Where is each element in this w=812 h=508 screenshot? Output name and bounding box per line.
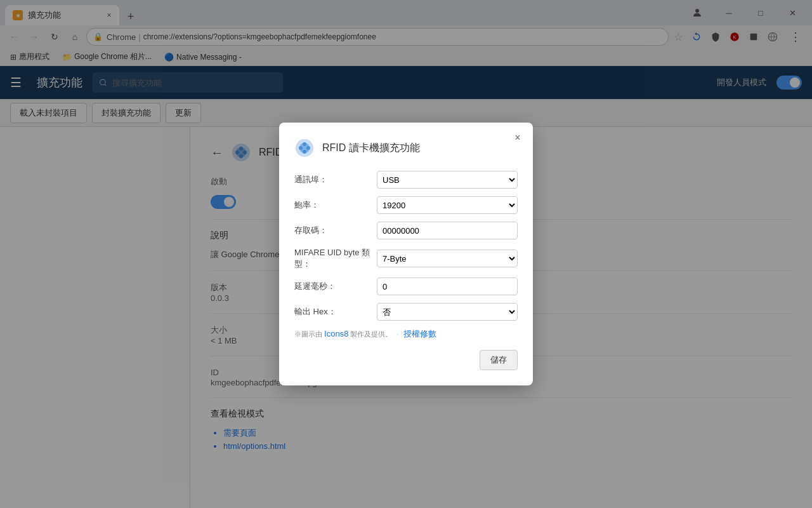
save-button[interactable]: 儲存 xyxy=(480,350,518,370)
edit-link[interactable]: 授權修數 xyxy=(403,329,436,338)
note-suffix: 製作及提供。 xyxy=(348,330,392,338)
note-prefix: ※圖示由 xyxy=(294,330,324,338)
dialog-title: RFID 讀卡機擴充功能 xyxy=(322,142,420,155)
comm-port-label: 通訊埠： xyxy=(294,174,377,185)
access-code-label: 存取碼： xyxy=(294,225,377,236)
comm-port-select[interactable]: USB COM1 COM2 COM3 xyxy=(377,171,518,189)
baud-rate-row: 鮑率： 9600 19200 38400 115200 xyxy=(294,196,518,214)
dialog-title-row: RFID 讀卡機擴充功能 xyxy=(294,138,518,158)
comm-port-row: 通訊埠： USB COM1 COM2 COM3 xyxy=(294,171,518,189)
mifare-row: MIFARE UID byte 類型： 4-Byte 7-Byte 10-Byt… xyxy=(294,247,518,270)
delay-label: 延遲毫秒： xyxy=(294,281,377,292)
icons8-link[interactable]: Icons8 xyxy=(324,329,348,338)
baud-rate-label: 鮑率： xyxy=(294,199,377,211)
svg-point-18 xyxy=(299,146,303,150)
hex-output-label: 輸出 Hex： xyxy=(294,306,377,318)
access-code-input[interactable] xyxy=(377,222,518,239)
dialog-extension-icon xyxy=(294,138,315,158)
dialog-overlay: × RFID 讀卡機擴充功能 通訊埠： USB COM1 COM2 COM3 xyxy=(0,0,812,508)
svg-point-16 xyxy=(303,142,306,146)
dialog-close-button[interactable]: × xyxy=(510,130,525,145)
access-code-row: 存取碼： xyxy=(294,222,518,239)
dialog-note: ※圖示由 Icons8 製作及提供。 · 授權修數 xyxy=(294,328,518,340)
dialog-footer: 儲存 xyxy=(294,350,518,370)
svg-point-19 xyxy=(306,146,310,150)
delay-row: 延遲毫秒： xyxy=(294,277,518,295)
mifare-label: MIFARE UID byte 類型： xyxy=(294,247,377,270)
settings-dialog: × RFID 讀卡機擴充功能 通訊埠： USB COM1 COM2 COM3 xyxy=(279,123,533,385)
hex-output-select[interactable]: 是 否 xyxy=(377,303,518,321)
baud-rate-select[interactable]: 9600 19200 38400 115200 xyxy=(377,196,518,214)
mifare-select[interactable]: 4-Byte 7-Byte 10-Byte xyxy=(377,250,518,267)
svg-point-17 xyxy=(303,150,306,154)
hex-output-row: 輸出 Hex： 是 否 xyxy=(294,303,518,321)
delay-input[interactable] xyxy=(377,277,518,295)
